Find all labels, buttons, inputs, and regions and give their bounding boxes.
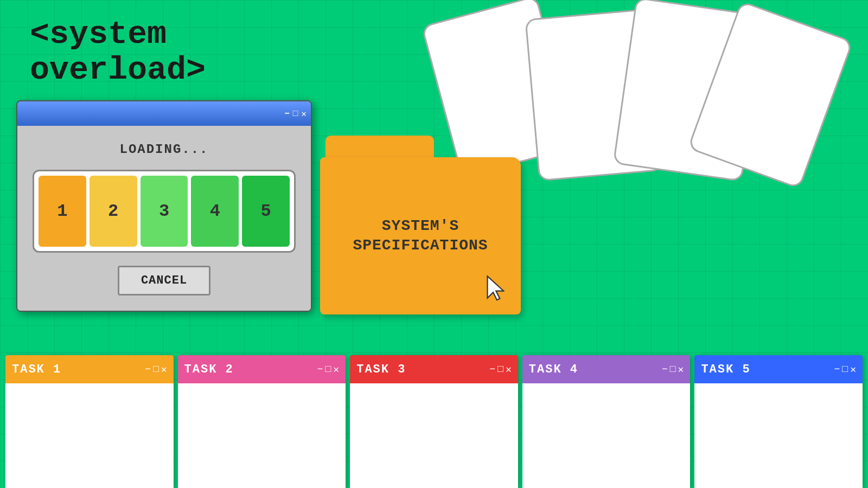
task-title-1: TASK 1 (12, 363, 61, 376)
progress-bar-1: 1 (39, 176, 86, 247)
progress-bar-2: 2 (90, 176, 137, 247)
task-body-5 (694, 383, 863, 488)
progress-bar-5: 5 (242, 176, 290, 247)
task-title-5: TASK 5 (701, 363, 750, 376)
task-window-5[interactable]: TASK 5 − □ ✕ (694, 355, 863, 488)
dialog-titlebar: − □ ✕ (17, 101, 311, 126)
task-titlebar-2: TASK 2 − □ ✕ (178, 355, 346, 383)
task-title-3: TASK 3 (356, 363, 406, 376)
task-minimize-1[interactable]: − (145, 364, 151, 375)
svg-marker-0 (488, 276, 504, 300)
task-minimize-3[interactable]: − (489, 364, 495, 375)
cursor-icon (486, 274, 505, 301)
task-titlebar-3: TASK 3 − □ ✕ (350, 355, 518, 383)
task-controls-4: − □ ✕ (662, 363, 684, 375)
task-close-1[interactable]: ✕ (161, 363, 167, 375)
task-minimize-4[interactable]: − (662, 364, 668, 375)
task-controls-2: − □ ✕ (317, 363, 339, 375)
task-maximize-4[interactable]: □ (670, 364, 676, 375)
task-titlebar-5: TASK 5 − □ ✕ (694, 355, 863, 383)
loading-text: LOADING... (119, 142, 208, 157)
folder-label: SYSTEM'S SPECIFICATIONS (353, 216, 488, 256)
progress-container: 12345 (33, 170, 296, 253)
task-window-2[interactable]: TASK 2 − □ ✕ (178, 355, 346, 488)
taskbar: TASK 1 − □ ✕ TASK 2 − □ ✕ TASK 3 − □ (0, 355, 868, 488)
dialog-body: LOADING... 12345 CANCEL (17, 126, 311, 311)
task-maximize-2[interactable]: □ (326, 364, 331, 375)
task-maximize-1[interactable]: □ (153, 364, 159, 375)
task-body-3 (350, 383, 518, 488)
cancel-button[interactable]: CANCEL (118, 266, 210, 296)
task-window-1[interactable]: TASK 1 − □ ✕ (5, 355, 174, 488)
task-controls-3: − □ ✕ (489, 363, 511, 375)
task-minimize-2[interactable]: − (317, 364, 323, 375)
page-title: <system overload> (30, 16, 206, 88)
task-body-1 (5, 383, 174, 488)
task-close-4[interactable]: ✕ (678, 363, 684, 375)
close-button[interactable]: ✕ (301, 108, 307, 119)
task-close-3[interactable]: ✕ (506, 363, 512, 375)
task-window-4[interactable]: TASK 4 − □ ✕ (522, 355, 691, 488)
progress-bar-4: 4 (191, 176, 239, 247)
task-controls-5: − □ ✕ (834, 363, 856, 375)
task-window-3[interactable]: TASK 3 − □ ✕ (350, 355, 518, 488)
progress-bar-3: 3 (141, 176, 188, 247)
task-body-4 (522, 383, 691, 488)
task-titlebar-1: TASK 1 − □ ✕ (5, 355, 174, 383)
task-minimize-5[interactable]: − (834, 364, 840, 375)
task-maximize-5[interactable]: □ (842, 364, 848, 375)
task-maximize-3[interactable]: □ (497, 364, 503, 375)
task-close-5[interactable]: ✕ (850, 363, 856, 375)
task-body-2 (178, 383, 346, 488)
loading-dialog: − □ ✕ LOADING... 12345 CANCEL (16, 100, 312, 312)
task-titlebar-4: TASK 4 − □ ✕ (522, 355, 691, 383)
maximize-button[interactable]: □ (293, 109, 298, 119)
task-close-2[interactable]: ✕ (333, 363, 339, 375)
task-controls-1: − □ ✕ (145, 363, 167, 375)
task-title-4: TASK 4 (529, 363, 578, 376)
task-title-2: TASK 2 (184, 363, 234, 376)
minimize-button[interactable]: − (284, 109, 290, 119)
